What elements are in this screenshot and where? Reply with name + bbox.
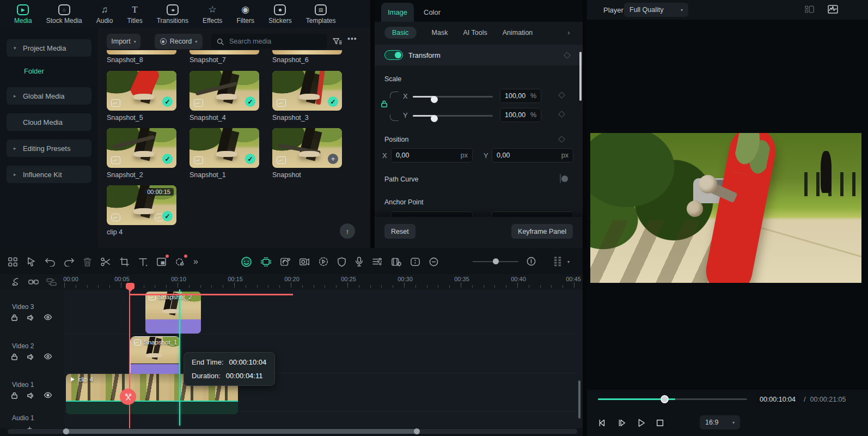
scale-y-value[interactable]: 100,00% <box>500 108 541 122</box>
stop-icon[interactable] <box>656 419 664 427</box>
hscroll-right-handle[interactable] <box>414 428 420 434</box>
thumb-snapshot-4[interactable]: ✓ <box>190 71 259 111</box>
lock-icon[interactable] <box>11 353 18 361</box>
screen-capture-icon[interactable] <box>299 257 310 267</box>
tab-audio[interactable]: ♫ Audio <box>96 4 113 25</box>
tab-stock-media[interactable]: ⌂ Stock Media <box>46 4 82 25</box>
auto-reframe-icon[interactable] <box>260 257 272 267</box>
playhead-handle[interactable] <box>126 283 135 289</box>
import-button[interactable]: Import▾ <box>107 34 140 49</box>
thumb-snapshot[interactable]: + <box>272 128 342 168</box>
playhead-line[interactable] <box>129 289 130 428</box>
track-manager-caret[interactable]: ▾ <box>567 259 570 264</box>
smart-cutout-icon[interactable] <box>175 257 185 267</box>
sidebar-item-influence-kit[interactable]: ▸ Influence Kit <box>7 166 91 183</box>
thumb-clip-4[interactable]: 00:00:15 ✓ <box>107 185 176 225</box>
thumb-snapshot-6[interactable] <box>272 50 342 55</box>
cut-scissors-badge[interactable] <box>120 389 136 405</box>
thumb-snapshot-5[interactable]: ✓ <box>107 71 176 111</box>
sidebar-item-folder[interactable]: Folder <box>7 62 91 80</box>
delete-icon[interactable] <box>83 257 92 267</box>
hscroll-left-handle[interactable] <box>63 428 69 434</box>
marker-icon[interactable] <box>410 257 420 267</box>
reset-button[interactable]: Reset <box>384 224 415 239</box>
shield-icon[interactable] <box>337 257 346 267</box>
keyframe-diamond-icon[interactable] <box>564 52 571 59</box>
scale-y-slider-handle[interactable] <box>431 115 438 122</box>
tab-color[interactable]: Color <box>424 3 441 22</box>
redo-icon[interactable] <box>64 257 75 267</box>
preview-render-icon[interactable] <box>318 256 329 267</box>
thumb-snapshot-1[interactable]: ✓ <box>190 128 259 168</box>
keyframe-diamond-icon[interactable] <box>558 136 565 143</box>
timeline-clip-snapshot-2[interactable]: Snapshot_2 <box>145 292 201 334</box>
text-tool-icon[interactable] <box>138 257 148 267</box>
thumb-snapshot-7[interactable] <box>190 50 259 55</box>
undo-icon[interactable] <box>45 257 56 267</box>
timeline-hscrollbar-handle[interactable] <box>63 429 419 434</box>
sidebar-item-cloud-media[interactable]: Cloud Media <box>7 113 91 131</box>
position-y-input[interactable]: 0,00px <box>492 148 573 162</box>
audio-mixer-icon[interactable] <box>372 257 383 267</box>
mute-icon[interactable] <box>27 353 35 361</box>
anchor-y-input[interactable] <box>492 211 573 217</box>
mute-icon[interactable] <box>27 392 35 399</box>
search-input[interactable] <box>228 37 315 46</box>
tab-filters[interactable]: ◉ Filters <box>236 4 254 25</box>
sidebar-item-editing-presets[interactable]: ▸ Editing Presets <box>7 140 91 157</box>
tab-effects[interactable]: ☆ Effects <box>203 4 222 25</box>
zoom-fit-icon[interactable] <box>526 256 536 267</box>
eye-icon[interactable] <box>44 314 52 322</box>
path-curve-toggle[interactable] <box>560 174 561 183</box>
timeline-vscrollbar[interactable] <box>578 380 580 419</box>
subtabs-more-icon[interactable]: › <box>567 29 570 37</box>
thumb-snapshot-3[interactable]: ✓ <box>272 71 342 111</box>
pip-icon[interactable] <box>156 257 167 267</box>
keyframe-diamond-icon[interactable] <box>558 111 565 118</box>
subtab-mask[interactable]: Mask <box>432 29 448 37</box>
split-scissors-icon[interactable] <box>100 257 111 267</box>
track-sync-icon[interactable] <box>46 278 57 286</box>
previous-frame-icon[interactable] <box>597 418 607 428</box>
multi-view-icon[interactable] <box>805 5 815 14</box>
tab-image[interactable]: Image <box>381 3 414 22</box>
lock-icon[interactable] <box>11 314 18 322</box>
tab-titles[interactable]: T Titles <box>127 4 142 25</box>
subtab-animation[interactable]: Animation <box>503 29 533 37</box>
quality-dropdown[interactable]: Full Quality▾ <box>624 3 688 17</box>
lock-icon[interactable] <box>11 392 18 399</box>
play-icon[interactable] <box>636 418 646 428</box>
filter-icon[interactable] <box>332 37 342 46</box>
current-timecode[interactable]: 00:00:10:04 <box>756 393 799 406</box>
voiceover-mic-icon[interactable] <box>354 256 364 267</box>
render-settings-icon[interactable] <box>391 257 402 267</box>
transform-toggle[interactable] <box>384 50 403 60</box>
tab-templates[interactable]: ▤ Templates <box>306 4 336 25</box>
eye-icon[interactable] <box>44 353 52 361</box>
tab-stickers[interactable]: ☻ Stickers <box>268 4 292 25</box>
scale-link-lock-icon[interactable] <box>380 100 388 108</box>
add-badge[interactable]: + <box>328 154 338 164</box>
eye-icon[interactable] <box>44 392 52 399</box>
scale-x-slider-handle[interactable] <box>431 96 438 103</box>
playback-progress-handle[interactable] <box>661 395 669 403</box>
ai-portrait-icon[interactable] <box>241 256 252 268</box>
thumb-snapshot-8[interactable] <box>107 50 176 55</box>
track-manager-icon[interactable] <box>552 256 564 267</box>
scroll-top-button[interactable]: ↑ <box>340 223 355 239</box>
scale-x-value[interactable]: 100,00% <box>500 89 541 103</box>
timeline-clip-snapshot-1[interactable]: Snapshot_1 <box>130 336 180 377</box>
keyframe-panel-button[interactable]: Keyframe Panel <box>511 224 573 239</box>
tab-media[interactable]: ▶ Media <box>14 4 32 25</box>
next-frame-icon[interactable] <box>616 418 626 428</box>
thumb-snapshot-2[interactable]: ✓ <box>107 128 176 168</box>
sidebar-item-global-media[interactable]: ▸ Global Media <box>7 87 91 105</box>
mute-icon[interactable] <box>27 314 35 322</box>
scopes-icon[interactable] <box>828 5 838 14</box>
lasso-cut-icon[interactable] <box>11 277 21 287</box>
timeline-ruler[interactable]: 00:00 00:05 00:10 00:15 00:20 00:25 00:3… <box>0 274 583 289</box>
anchor-x-input[interactable] <box>391 211 473 217</box>
video-preview[interactable] <box>590 133 861 283</box>
speed-ramp-icon[interactable] <box>280 257 291 267</box>
crop-icon[interactable] <box>119 257 130 267</box>
